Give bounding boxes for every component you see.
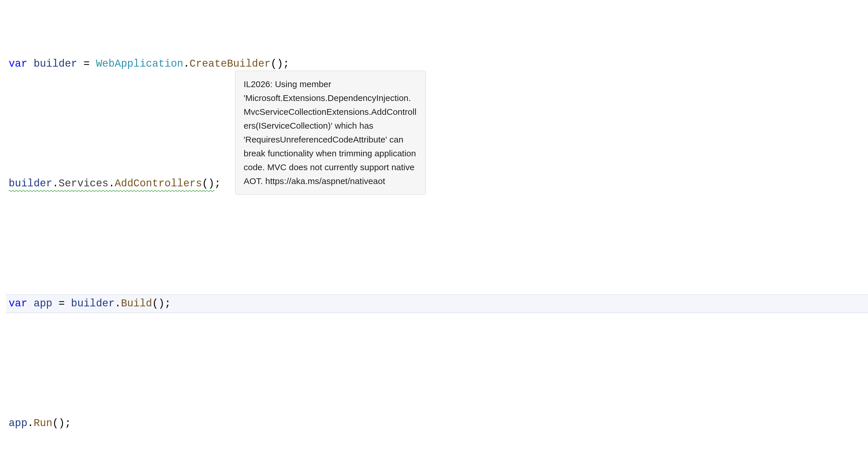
code-editor[interactable]: var builder = WebApplication.CreateBuild…	[9, 11, 868, 463]
dot-operator: .	[52, 178, 59, 190]
code-line-1[interactable]: var builder = WebApplication.CreateBuild…	[9, 55, 868, 73]
method-createbuilder: CreateBuilder	[190, 58, 271, 70]
method-run: Run	[33, 418, 52, 429]
warning-tooltip: IL2026: Using member 'Microsoft.Extensio…	[235, 71, 426, 195]
dot-operator: .	[183, 58, 190, 70]
parens-semicolon: ();	[271, 58, 289, 70]
dot-operator: .	[108, 178, 115, 190]
identifier-app: app	[27, 298, 59, 309]
tooltip-message: IL2026: Using member 'Microsoft.Extensio…	[244, 79, 416, 186]
member-services: Services	[59, 178, 108, 190]
keyword-var: var	[9, 298, 27, 309]
code-line-3-current[interactable]: var app = builder.Build();	[6, 295, 868, 313]
method-build: Build	[121, 298, 152, 309]
keyword-var: var	[9, 58, 27, 70]
parens-semicolon: ();	[152, 298, 171, 309]
operator-equals: =	[59, 298, 71, 309]
semicolon: ;	[215, 178, 221, 190]
identifier-builder: builder	[71, 298, 115, 309]
dot-operator: .	[115, 298, 121, 309]
blank-line	[9, 236, 868, 251]
method-addcontrollers: AddControllers	[115, 178, 202, 190]
identifier-app: app	[9, 418, 27, 429]
code-line-2[interactable]: builder.Services.AddControllers();	[9, 175, 868, 193]
type-webapplication: WebApplication	[96, 58, 183, 70]
blank-line	[9, 357, 868, 371]
parens: ()	[202, 178, 215, 190]
code-line-4[interactable]: app.Run();	[9, 415, 868, 432]
warning-squiggle[interactable]: builder.Services.AddControllers()	[9, 176, 215, 191]
parens-semicolon: ();	[52, 418, 71, 429]
blank-line	[9, 117, 868, 131]
identifier-builder: builder	[27, 58, 84, 70]
operator-equals: =	[84, 58, 96, 70]
dot-operator: .	[27, 418, 34, 429]
identifier-builder: builder	[9, 178, 52, 190]
